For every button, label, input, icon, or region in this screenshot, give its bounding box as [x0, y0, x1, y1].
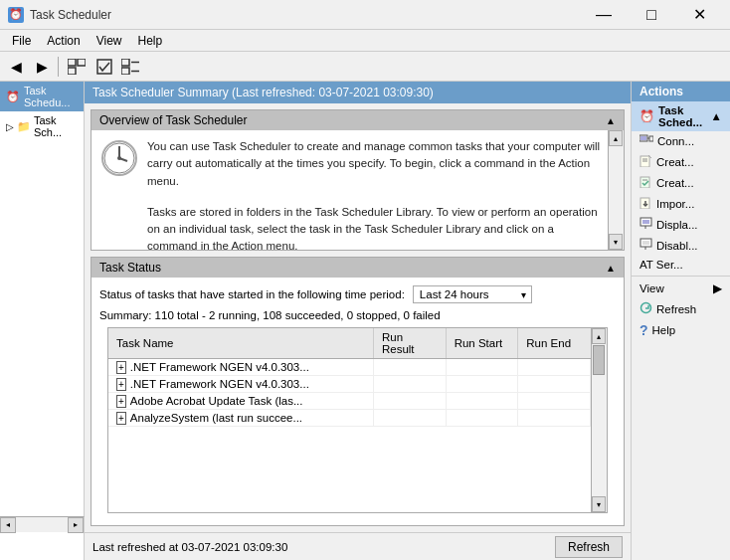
table-row[interactable]: +Adobe Acrobat Update Task (las... — [108, 393, 591, 410]
task-name-1: +.NET Framework NGEN v4.0.303... — [108, 376, 373, 393]
action-item-help[interactable]: ? Help — [632, 319, 730, 341]
close-button[interactable]: ✕ — [676, 0, 722, 30]
toolbar-forward[interactable]: ▶ — [30, 56, 54, 78]
table-scroll-down[interactable]: ▾ — [592, 496, 606, 512]
actions-list: ⏰ Task Sched... ▲ Conn... Creat... — [632, 101, 730, 341]
action-item-atser[interactable]: AT Ser... — [632, 256, 730, 274]
svg-point-12 — [117, 156, 121, 160]
action-arrow-taskscheduler: ▲ — [711, 110, 722, 122]
tree-label: Task Sch... — [34, 114, 78, 138]
app-icon: ⏰ — [8, 7, 24, 23]
task-start-1 — [446, 376, 518, 393]
action-item-disable[interactable]: Disabl... — [632, 235, 730, 256]
overview-collapse-btn[interactable]: ▲ — [606, 115, 616, 126]
minimize-button[interactable]: — — [581, 0, 627, 30]
action-item-import[interactable]: Impor... — [632, 193, 730, 214]
tree-header-label: Task Schedu... — [24, 85, 78, 108]
svg-rect-16 — [649, 136, 653, 141]
action-icon-create2 — [639, 175, 652, 190]
table-row[interactable]: +.NET Framework NGEN v4.0.303... — [108, 376, 591, 393]
menu-file[interactable]: File — [4, 32, 39, 50]
task-name-2: +Adobe Acrobat Update Task (las... — [108, 393, 373, 410]
h-scroll-left-btn[interactable]: ◂ — [0, 517, 16, 533]
svg-rect-5 — [121, 68, 129, 75]
table-scrollbar: ▴ ▾ — [591, 328, 607, 512]
toolbar-separator — [58, 57, 59, 77]
toolbar-properties[interactable] — [118, 56, 142, 78]
plus-icon-1: + — [116, 378, 126, 391]
task-name-3: +AnalyzeSystem (last run succee... — [108, 410, 373, 427]
svg-rect-1 — [78, 59, 86, 66]
plus-icon-2: + — [116, 395, 126, 408]
table-row[interactable]: +.NET Framework NGEN v4.0.303... — [108, 359, 591, 376]
left-panel: ⏰ Task Schedu... ▷ 📁 Task Sch... ◂ ▸ — [0, 82, 85, 560]
col-task-name: Task Name — [108, 328, 373, 359]
menu-help[interactable]: Help — [130, 32, 171, 50]
center-panel: Task Scheduler Summary (Last refreshed: … — [85, 82, 631, 560]
toolbar-show[interactable] — [63, 56, 91, 78]
content-header-title: Task Scheduler Summary (Last refreshed: … — [92, 86, 434, 99]
overview-section-header[interactable]: Overview of Task Scheduler ▲ — [91, 110, 624, 130]
action-icon-display — [639, 217, 652, 232]
task-table-wrapper: Task Name Run Result Run Start Run End +… — [107, 327, 608, 513]
refresh-button[interactable]: Refresh — [555, 536, 623, 558]
action-item-refresh[interactable]: Refresh — [632, 298, 730, 319]
content-body: Overview of Task Scheduler ▲ — [85, 103, 631, 532]
overview-content: You can use Task Scheduler to create and… — [91, 130, 624, 250]
action-item-taskscheduler[interactable]: ⏰ Task Sched... ▲ — [632, 101, 730, 131]
task-start-3 — [446, 410, 518, 427]
task-status-collapse-btn[interactable]: ▲ — [606, 263, 616, 274]
overview-scroll-up[interactable]: ▴ — [609, 130, 623, 146]
action-icon-help: ? — [639, 322, 648, 338]
svg-rect-0 — [68, 59, 76, 66]
task-end-3 — [518, 410, 591, 427]
action-label-create2: Creat... — [656, 177, 722, 189]
svg-rect-29 — [642, 241, 649, 245]
action-separator — [632, 276, 730, 277]
title-bar-title: Task Scheduler — [30, 8, 111, 22]
maximize-button[interactable]: □ — [629, 0, 674, 30]
task-table-scroll-area: Task Name Run Result Run Start Run End +… — [108, 328, 607, 512]
overview-clock-icon — [99, 138, 139, 178]
action-item-display[interactable]: Displa... — [632, 214, 730, 235]
overview-section: Overview of Task Scheduler ▲ — [91, 109, 625, 251]
toolbar-back[interactable]: ◀ — [4, 56, 28, 78]
action-item-create2[interactable]: Creat... — [632, 172, 730, 193]
action-item-conn[interactable]: Conn... — [632, 131, 730, 151]
task-start-0 — [446, 359, 518, 376]
status-bar: Last refreshed at 03-07-2021 03:09:30 Re… — [85, 532, 631, 560]
table-scroll-thumb[interactable] — [593, 345, 605, 375]
overview-scroll-down[interactable]: ▾ — [609, 234, 623, 250]
action-item-create1[interactable]: Creat... — [632, 151, 730, 172]
action-icon-create1 — [639, 154, 652, 169]
task-status-title: Task Status — [99, 261, 161, 275]
task-table-header-row: Task Name Run Result Run Start Run End — [108, 328, 591, 359]
task-end-1 — [518, 376, 591, 393]
toolbar-check[interactable] — [92, 56, 116, 78]
action-icon-import — [639, 196, 652, 211]
svg-rect-14 — [640, 136, 646, 140]
table-row[interactable]: +AnalyzeSystem (last run succee... — [108, 410, 591, 427]
time-period-select[interactable]: Last 24 hours Last hour Last 7 days Last… — [413, 285, 532, 303]
plus-icon-3: + — [116, 412, 126, 425]
overview-scroll-track — [609, 146, 624, 234]
tree-item-taskscheduler[interactable]: ▷ 📁 Task Sch... — [0, 111, 84, 141]
table-scroll-up[interactable]: ▴ — [592, 328, 606, 344]
task-status-header[interactable]: Task Status ▲ — [91, 258, 624, 278]
summary-text: Summary: 110 total - 2 running, 108 succ… — [99, 309, 616, 321]
menu-action[interactable]: Action — [39, 32, 88, 50]
h-scroll-right-btn[interactable]: ▸ — [68, 517, 84, 533]
action-arrow-view: ▶ — [713, 281, 722, 295]
task-status-content: Status of tasks that have started in the… — [91, 278, 624, 525]
menu-view[interactable]: View — [89, 32, 130, 50]
status-label: Status of tasks that have started in the… — [99, 288, 405, 300]
h-scrollbar-left: ◂ ▸ — [0, 516, 85, 532]
plus-icon-0: + — [116, 361, 126, 374]
action-item-view[interactable]: View ▶ — [632, 279, 730, 298]
task-end-2 — [518, 393, 591, 410]
content-header: Task Scheduler Summary (Last refreshed: … — [85, 82, 631, 103]
overview-text-2: Tasks are stored in folders in the Task … — [147, 204, 604, 250]
svg-rect-2 — [68, 68, 76, 75]
menu-bar: File Action View Help — [0, 30, 730, 52]
overview-text-1: You can use Task Scheduler to create and… — [147, 138, 604, 190]
